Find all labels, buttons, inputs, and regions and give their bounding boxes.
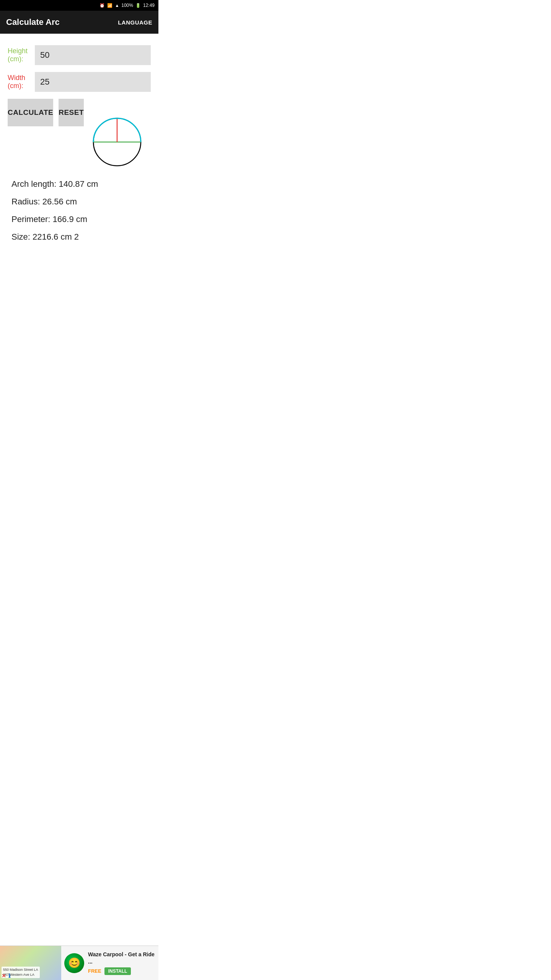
language-button[interactable]: LANGUAGE xyxy=(118,19,152,26)
battery-percent: 100% xyxy=(121,3,133,8)
radius-result: Radius: 26.56 cm xyxy=(11,197,147,207)
height-row: Height (cm): xyxy=(8,45,151,65)
main-content: Height (cm): Width (cm): CALCULATE RESET… xyxy=(0,34,158,257)
wifi-icon: 📶 xyxy=(107,3,112,8)
width-label: Width (cm): xyxy=(8,74,35,90)
alarm-icon: ⏰ xyxy=(99,3,105,8)
signal-icon: ▲ xyxy=(115,3,119,8)
action-row: CALCULATE RESET xyxy=(8,99,151,168)
perimeter-result: Perimeter: 166.9 cm xyxy=(11,214,147,224)
status-bar: ⏰ 📶 ▲ 100% 🔋 12:49 xyxy=(0,0,158,11)
height-label: Height (cm): xyxy=(8,47,35,63)
width-row: Width (cm): xyxy=(8,72,151,92)
size-result: Size: 2216.6 cm 2 xyxy=(11,232,147,242)
battery-icon: 🔋 xyxy=(135,3,141,8)
top-bar: Calculate Arc LANGUAGE xyxy=(0,11,158,34)
reset-button[interactable]: RESET xyxy=(59,99,84,126)
clock: 12:49 xyxy=(143,3,155,8)
results-section: Arch length: 140.87 cm Radius: 26.56 cm … xyxy=(8,179,151,242)
arc-diagram xyxy=(84,99,151,168)
calculate-button[interactable]: CALCULATE xyxy=(8,99,53,126)
arch-length-result: Arch length: 140.87 cm xyxy=(11,179,147,189)
arc-svg xyxy=(84,100,151,167)
app-title: Calculate Arc xyxy=(6,17,60,27)
width-input[interactable] xyxy=(35,72,151,92)
height-input[interactable] xyxy=(35,45,151,65)
